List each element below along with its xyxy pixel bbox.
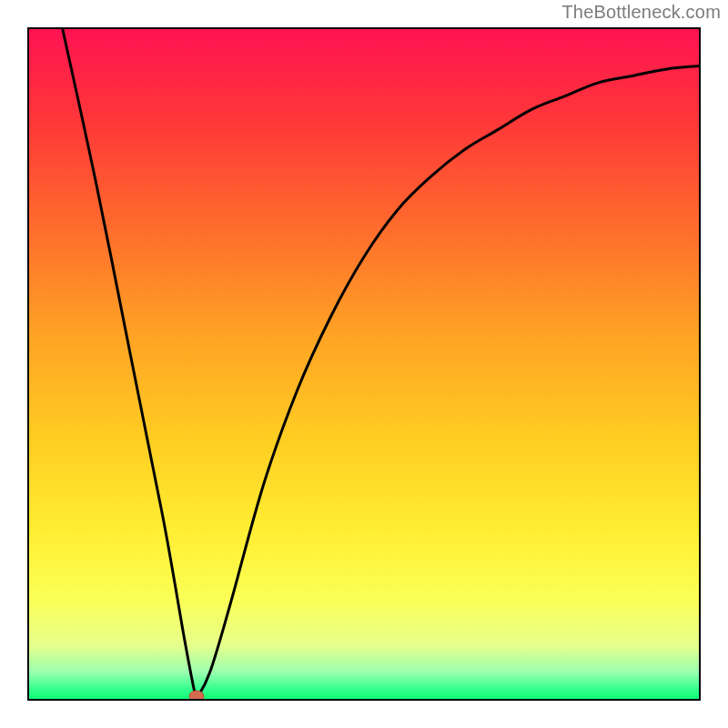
curve-left-branch — [63, 29, 197, 699]
curve-right-branch — [197, 66, 699, 699]
optimum-marker-icon — [189, 691, 204, 699]
attribution-label: TheBottleneck.com — [561, 2, 721, 23]
plot-area — [27, 27, 701, 701]
chart-frame: TheBottleneck.com — [0, 0, 728, 728]
curve-svg — [29, 29, 699, 699]
